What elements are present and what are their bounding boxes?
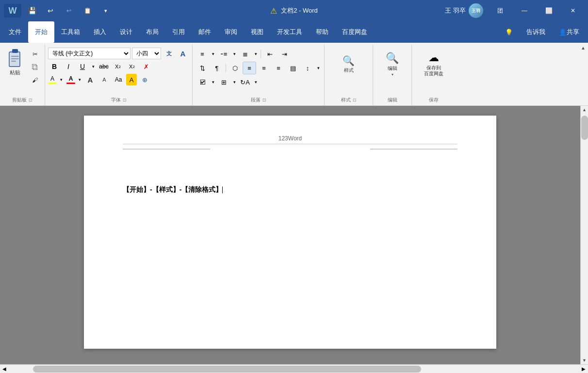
multilevel-btn[interactable]: ≣ xyxy=(238,48,252,60)
para-row-1: ≡ ▾ ⁃≡ ▾ ≣ ▾ ⇤ ⇥ xyxy=(196,48,291,60)
text-direction-arrow[interactable]: ▾ xyxy=(253,76,259,88)
font-expander[interactable]: ⊡ xyxy=(123,98,127,102)
document-page[interactable]: 123Word 【开始】-【样式】-【清除格式】 xyxy=(84,116,496,349)
align-right-btn[interactable]: ≡ xyxy=(257,62,271,74)
bullets-arrow[interactable]: ▾ xyxy=(210,48,216,60)
menu-reference[interactable]: 引用 xyxy=(165,21,192,43)
menu-mail[interactable]: 邮件 xyxy=(192,21,218,43)
subscript-button[interactable]: X2 xyxy=(112,61,124,72)
border-btn[interactable]: ⊞ xyxy=(217,76,230,88)
font-size-select[interactable]: 小四 xyxy=(132,48,161,59)
shading-arrow[interactable]: ▾ xyxy=(210,76,216,88)
copy-button[interactable]: ⿻ xyxy=(28,61,42,73)
edit-button[interactable]: 🔍 编辑 ▾ xyxy=(378,47,407,82)
clear-format-button[interactable]: ✗ xyxy=(140,61,152,72)
minimize-btn[interactable]: — xyxy=(513,0,536,21)
ribbon-group-clipboard: 粘贴 ✂ ⿻ 🖌 剪贴板 ⊡ xyxy=(0,45,45,105)
menu-help[interactable]: 帮助 xyxy=(309,21,335,43)
font-shrink-btn[interactable]: A xyxy=(98,74,111,85)
save-quick-btn[interactable]: 💾 xyxy=(24,3,40,18)
font-color-btn[interactable]: A xyxy=(66,75,75,84)
redo-quick-btn[interactable]: ↩ xyxy=(61,3,77,18)
tell-me-icon[interactable]: 💡 xyxy=(498,21,520,43)
change-case-btn[interactable]: Aa xyxy=(112,74,125,85)
menu-dev[interactable]: 开发工具 xyxy=(270,21,309,43)
multilevel-arrow[interactable]: ▾ xyxy=(253,48,259,60)
save-baidu-button[interactable]: ☁ 保存到百度网盘 xyxy=(416,47,451,82)
clipboard-expander[interactable]: ⊡ xyxy=(29,98,33,102)
underline-arrow[interactable]: ▾ xyxy=(90,61,96,72)
doc-scroll-area[interactable]: 123Word 【开始】-【样式】-【清除格式】 xyxy=(0,106,580,364)
scroll-thumb[interactable] xyxy=(581,116,588,140)
document-content[interactable]: 【开始】-【样式】-【清除格式】 xyxy=(123,184,457,196)
increase-indent-btn[interactable]: ⇥ xyxy=(278,48,291,60)
menu-review[interactable]: 审阅 xyxy=(218,21,244,43)
para-expander[interactable]: ⊡ xyxy=(262,98,266,102)
align-left-btn[interactable]: ⬡ xyxy=(228,62,242,74)
show-marks-btn[interactable]: ¶ xyxy=(210,62,224,74)
font-color-arrow[interactable]: ▾ xyxy=(77,74,82,85)
shading-btn[interactable]: 🗹 xyxy=(196,76,209,88)
tell-me-btn[interactable]: 告诉我 xyxy=(520,21,552,43)
cut-button[interactable]: ✂ xyxy=(28,48,42,60)
bold-button[interactable]: B xyxy=(48,61,61,72)
line-spacing-btn[interactable]: ↕ xyxy=(301,62,314,74)
border-arrow[interactable]: ▾ xyxy=(231,76,237,88)
superscript-button[interactable]: X2 xyxy=(126,61,138,72)
scroll-down-btn[interactable]: ▼ xyxy=(581,356,588,364)
maximize-btn[interactable]: ⬜ xyxy=(538,0,560,21)
scroll-left-btn[interactable]: ◀ xyxy=(0,365,9,373)
styles-icon: 🔍 xyxy=(343,55,355,67)
svg-rect-4 xyxy=(11,58,19,59)
wen-btn[interactable]: 文 xyxy=(163,48,175,59)
ribbon: 粘贴 ✂ ⿻ 🖌 剪贴板 ⊡ 等线 (中文正文) 小四 文 xyxy=(0,43,588,106)
styles-button[interactable]: 🔍 样式 xyxy=(331,47,366,82)
print-quick-btn[interactable]: 📋 xyxy=(80,3,95,18)
numbering-btn[interactable]: ⁃≡ xyxy=(217,48,230,60)
bullets-btn[interactable]: ≡ xyxy=(196,48,209,60)
sort-btn[interactable]: ⇅ xyxy=(196,62,209,74)
columns-btn[interactable]: ▤ xyxy=(286,62,300,74)
strikethrough-button[interactable]: abc xyxy=(98,61,110,72)
close-btn[interactable]: ✕ xyxy=(562,0,584,21)
align-justify-btn[interactable]: ≡ xyxy=(272,62,285,74)
qa-more-btn[interactable]: ▾ xyxy=(98,3,114,18)
scroll-right-btn[interactable]: ▶ xyxy=(579,365,588,373)
warning-icon: ⚠ xyxy=(270,6,277,16)
text-direction-btn[interactable]: ↻A xyxy=(238,76,252,88)
menu-file[interactable]: 文件 xyxy=(2,21,28,43)
char-highlight-btn[interactable]: A xyxy=(126,74,137,85)
save-baidu-label: 保存到百度网盘 xyxy=(424,65,443,77)
align-center-btn[interactable]: ≡ xyxy=(243,62,256,74)
ribbon-group-save: ☁ 保存到百度网盘 保存 xyxy=(412,45,456,105)
user-area[interactable]: 王 羽卒 王羽 xyxy=(441,3,487,18)
font-a-btn[interactable]: A xyxy=(177,48,189,59)
menu-toolbox[interactable]: 工具箱 xyxy=(54,21,87,43)
italic-button[interactable]: I xyxy=(62,61,75,72)
text-highlight-btn[interactable]: A xyxy=(48,75,57,84)
font-effects-btn[interactable]: ⊕ xyxy=(138,74,151,85)
undo-quick-btn[interactable]: ↩ xyxy=(43,3,58,18)
numbering-arrow[interactable]: ▾ xyxy=(231,48,237,60)
menu-baidu[interactable]: 百度网盘 xyxy=(335,21,374,43)
format-painter-btn[interactable]: 🖌 xyxy=(28,74,42,86)
menu-layout[interactable]: 布局 xyxy=(139,21,165,43)
menu-insert[interactable]: 插入 xyxy=(87,21,113,43)
styles-expander[interactable]: ⊡ xyxy=(353,98,357,102)
font-grow-btn[interactable]: A xyxy=(84,74,97,85)
menu-design[interactable]: 设计 xyxy=(113,21,139,43)
share-group-btn[interactable]: 团 xyxy=(489,0,511,21)
paste-button[interactable]: 粘贴 xyxy=(3,47,27,78)
line-spacing-arrow[interactable]: ▾ xyxy=(315,62,321,74)
h-scroll-thumb[interactable] xyxy=(33,366,421,373)
menu-view[interactable]: 视图 xyxy=(244,21,270,43)
header-text: 123Word xyxy=(278,135,302,142)
font-name-select[interactable]: 等线 (中文正文) xyxy=(48,48,131,59)
ribbon-collapse-btn[interactable]: ▲ xyxy=(578,43,588,52)
decrease-indent-btn[interactable]: ⇤ xyxy=(263,48,277,60)
share-btn[interactable]: 👤 共享 xyxy=(552,21,586,43)
underline-button[interactable]: U xyxy=(76,61,89,72)
menu-home[interactable]: 开始 xyxy=(28,21,54,43)
text-highlight-arrow[interactable]: ▾ xyxy=(58,74,64,85)
scroll-up-btn[interactable]: ▲ xyxy=(581,106,588,114)
